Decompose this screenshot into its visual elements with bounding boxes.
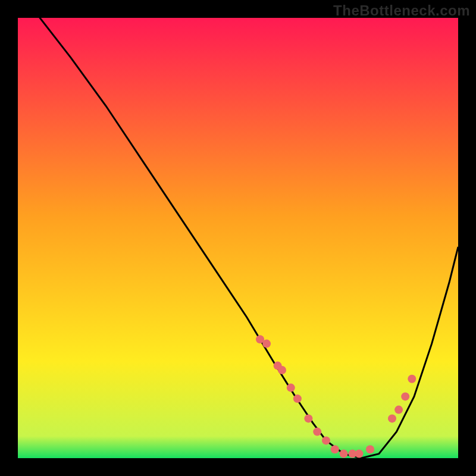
data-marker <box>293 394 302 403</box>
data-marker <box>304 414 312 422</box>
data-marker <box>401 392 409 400</box>
gradient-background <box>18 18 458 458</box>
chart-svg <box>18 18 458 458</box>
data-marker <box>322 436 330 444</box>
data-marker <box>262 340 271 348</box>
data-marker <box>355 450 364 458</box>
watermark-text: TheBottleneck.com <box>333 2 470 19</box>
data-marker <box>287 384 295 392</box>
data-marker <box>313 428 321 436</box>
data-marker <box>408 375 416 383</box>
plot-area <box>18 18 458 458</box>
data-marker <box>388 414 396 422</box>
data-marker <box>340 450 348 458</box>
data-marker <box>394 406 403 414</box>
data-marker <box>331 445 339 453</box>
data-marker <box>278 366 286 374</box>
data-marker <box>366 445 374 453</box>
chart-frame: TheBottleneck.com <box>0 0 476 476</box>
